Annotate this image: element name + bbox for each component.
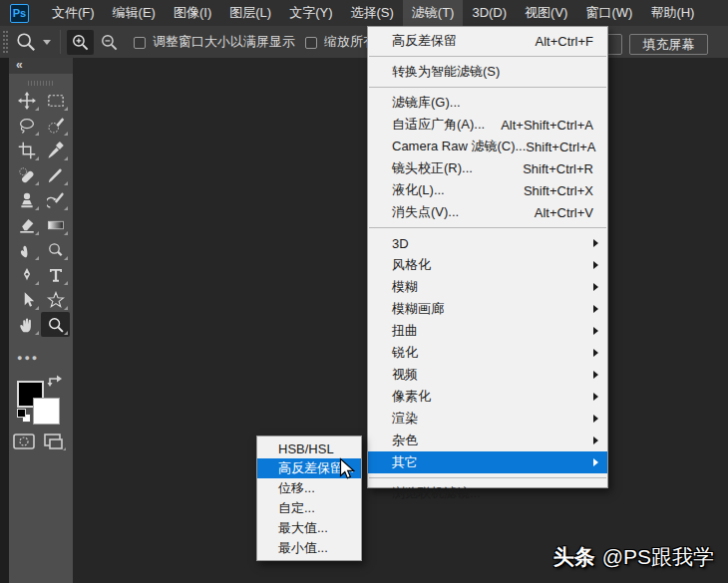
filter-menu-item-pixelate[interactable]: 像素化 bbox=[368, 386, 607, 408]
options-bar-grip[interactable] bbox=[3, 31, 8, 53]
fill-screen-button[interactable]: 填充屏幕 bbox=[629, 34, 708, 55]
menu-item-shortcut: Alt+Ctrl+F bbox=[535, 34, 598, 49]
zoom-in-button[interactable] bbox=[67, 30, 94, 55]
menu-item-label: 滤镜库(G)... bbox=[392, 94, 461, 112]
menu-separator bbox=[369, 87, 606, 88]
tool-eraser-icon[interactable] bbox=[12, 212, 41, 237]
tool-hand-icon[interactable] bbox=[12, 312, 41, 337]
tool-eyedropper-icon[interactable] bbox=[41, 138, 70, 162]
zoom-tool-icon[interactable] bbox=[15, 31, 37, 53]
menubar-item-image[interactable]: 图像(I) bbox=[165, 0, 220, 26]
tool-rect-marquee-icon[interactable] bbox=[41, 88, 70, 113]
collapse-panel-button[interactable]: « bbox=[9, 58, 73, 74]
mouse-cursor-icon bbox=[339, 457, 357, 486]
tool-crop-icon[interactable] bbox=[12, 138, 41, 162]
menu-item-label: 转换为智能滤镜(S) bbox=[392, 63, 500, 81]
filter-menu-item-convert-smart-filters[interactable]: 转换为智能滤镜(S) bbox=[368, 61, 607, 83]
menu-item-label: 浏览联机滤镜... bbox=[392, 484, 481, 502]
menubar-item-file[interactable]: 文件(F) bbox=[43, 0, 104, 26]
menu-item-shortcut: Alt+Shift+Ctrl+A bbox=[501, 118, 598, 133]
filter-menu-item-adaptive-wide-angle[interactable]: 自适应广角(A)...Alt+Shift+Ctrl+A bbox=[368, 114, 607, 136]
filter-menu-item-sharpen[interactable]: 锐化 bbox=[368, 342, 607, 364]
panel-grip[interactable] bbox=[28, 81, 54, 86]
tool-dodge-icon[interactable] bbox=[41, 237, 70, 262]
default-colors-icon[interactable] bbox=[17, 409, 31, 423]
filter-menu-item-browse-filters-online[interactable]: 浏览联机滤镜... bbox=[368, 482, 607, 504]
edit-toolbar-button[interactable]: ●●● bbox=[17, 353, 39, 363]
filter-menu-item-lens-correction[interactable]: 镜头校正(R)...Shift+Ctrl+R bbox=[368, 157, 607, 179]
submenu-arrow-icon bbox=[593, 239, 598, 247]
filter-menu-item-blur[interactable]: 模糊 bbox=[368, 276, 607, 298]
menubar-item-edit[interactable]: 编辑(E) bbox=[104, 0, 165, 26]
filter-menu-item-noise[interactable]: 杂色 bbox=[368, 430, 607, 451]
menu-item-label: 位移... bbox=[278, 479, 315, 497]
tool-path-selection-icon[interactable] bbox=[12, 287, 41, 312]
filter-menu-item-3d[interactable]: 3D bbox=[368, 232, 607, 254]
watermark-bold: 头条 bbox=[553, 545, 595, 568]
filter-menu-item-render[interactable]: 渲染 bbox=[368, 408, 607, 430]
tool-zoom-icon[interactable] bbox=[41, 312, 70, 337]
menubar-item-select[interactable]: 选择(S) bbox=[341, 0, 402, 26]
quick-mask-button[interactable] bbox=[13, 433, 35, 454]
other-submenu: HSB/HSL高反差保留...位移...自定...最大值...最小值... bbox=[256, 436, 362, 561]
filter-menu-item-filter-gallery[interactable]: 滤镜库(G)... bbox=[368, 92, 607, 114]
menu-item-label: 风格化 bbox=[392, 256, 431, 274]
menubar-item-type[interactable]: 文字(Y) bbox=[280, 0, 341, 26]
filter-menu-item-high-pass-repeat[interactable]: 高反差保留Alt+Ctrl+F bbox=[368, 30, 607, 52]
filter-menu-item-blur-gallery[interactable]: 模糊画廊 bbox=[368, 298, 607, 320]
menubar-item-view[interactable]: 视图(V) bbox=[516, 0, 576, 26]
filter-menu-item-distort[interactable]: 扭曲 bbox=[368, 320, 607, 342]
menubar-item-layer[interactable]: 图层(L) bbox=[220, 0, 280, 26]
filter-menu-item-stylize[interactable]: 风格化 bbox=[368, 254, 607, 276]
menu-item-shortcut: Shift+Ctrl+A bbox=[526, 140, 600, 154]
menu-item-label: 液化(L)... bbox=[392, 181, 445, 199]
tool-lasso-icon[interactable] bbox=[12, 113, 41, 138]
filter-menu-item-vanishing-point[interactable]: 消失点(V)...Alt+Ctrl+V bbox=[368, 201, 607, 223]
menubar-item-3d[interactable]: 3D(D) bbox=[463, 0, 516, 26]
tool-quick-selection-icon[interactable] bbox=[41, 113, 70, 138]
submenu-item-maximum[interactable]: 最大值... bbox=[257, 518, 361, 538]
menubar-item-filter[interactable]: 滤镜(T) bbox=[403, 0, 464, 26]
menu-item-shortcut: Shift+Ctrl+R bbox=[523, 161, 598, 176]
submenu-item-minimum[interactable]: 最小值... bbox=[257, 538, 361, 558]
options-separator bbox=[60, 30, 61, 54]
zoom-out-button[interactable] bbox=[96, 30, 123, 55]
menu-item-label: 杂色 bbox=[392, 432, 418, 449]
tool-custom-shape-icon[interactable] bbox=[41, 287, 70, 312]
screen-mode-button[interactable] bbox=[42, 433, 66, 455]
tool-spot-healing-icon[interactable] bbox=[12, 162, 41, 187]
menu-item-label: 最小值... bbox=[278, 539, 328, 557]
submenu-item-hsb-hsl[interactable]: HSB/HSL bbox=[257, 438, 361, 458]
menubar-items: 文件(F)编辑(E)图像(I)图层(L)文字(Y)选择(S)滤镜(T)3D(D)… bbox=[43, 0, 703, 26]
filter-menu-item-camera-raw[interactable]: Camera Raw 滤镜(C)...Shift+Ctrl+A bbox=[368, 136, 607, 157]
zoom-all-windows-checkbox[interactable] bbox=[305, 37, 317, 49]
filter-menu-item-video[interactable]: 视频 bbox=[368, 364, 607, 386]
filter-menu-item-liquify[interactable]: 液化(L)...Shift+Ctrl+X bbox=[368, 179, 607, 201]
menu-item-label: 视频 bbox=[392, 366, 418, 384]
menu-item-shortcut: Alt+Ctrl+V bbox=[535, 205, 598, 220]
menubar-item-window[interactable]: 窗口(W) bbox=[576, 0, 641, 26]
tool-history-brush-icon[interactable] bbox=[41, 187, 70, 212]
background-color-swatch[interactable] bbox=[33, 398, 60, 425]
tool-move-icon[interactable] bbox=[12, 88, 41, 113]
tool-pen-icon[interactable] bbox=[12, 262, 41, 287]
submenu-arrow-icon bbox=[593, 305, 598, 313]
tool-type-icon[interactable] bbox=[41, 262, 70, 287]
filter-menu-item-other[interactable]: 其它 bbox=[368, 451, 607, 473]
submenu-arrow-icon bbox=[593, 393, 598, 401]
resize-windows-checkbox[interactable] bbox=[134, 37, 146, 49]
tool-clone-stamp-icon[interactable] bbox=[12, 187, 41, 212]
panel-gutter bbox=[0, 58, 9, 583]
submenu-item-custom[interactable]: 自定... bbox=[257, 498, 361, 518]
tool-smudge-icon[interactable] bbox=[12, 237, 41, 262]
submenu-arrow-icon bbox=[593, 327, 598, 335]
chevron-down-icon[interactable] bbox=[43, 40, 51, 45]
tools-panel: « ●●● bbox=[9, 58, 73, 583]
menu-item-label: 扭曲 bbox=[392, 322, 418, 340]
swap-colors-icon[interactable] bbox=[47, 373, 63, 392]
menubar-item-help[interactable]: 帮助(H) bbox=[641, 0, 703, 26]
submenu-arrow-icon bbox=[593, 437, 598, 444]
tool-gradient-icon[interactable] bbox=[41, 212, 70, 237]
menu-item-label: 渲染 bbox=[392, 410, 418, 428]
tool-brush-icon[interactable] bbox=[41, 162, 70, 187]
